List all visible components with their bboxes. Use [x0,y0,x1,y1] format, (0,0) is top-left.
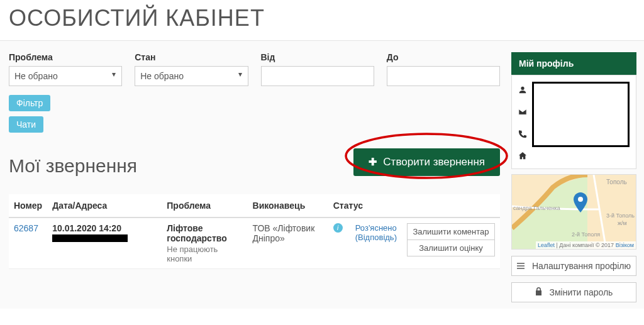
requests-heading-row: Мої звернення ✚Створити звернення [9,138,500,187]
leave-rating-button[interactable]: Залишити оцінку [407,240,495,256]
filter-button[interactable]: Фільтр [9,95,50,111]
requests-table: Номер Дата/Адреса Проблема Виконавець Ст… [9,194,500,269]
profile-settings-label: Налаштування профілю [532,261,631,271]
create-request-button[interactable]: ✚Створити звернення [353,148,500,176]
change-password-label: Змінити пароль [549,287,613,297]
map-attr-visicom-link[interactable]: Візіком [616,242,634,248]
plus-icon: ✚ [369,157,377,167]
map-label: 3-й Тополь [606,212,635,219]
svg-point-3 [578,197,583,202]
redacted-address [52,234,128,242]
filter-from-input[interactable] [261,66,374,86]
col-num: Номер [9,194,47,218]
sidebar-profile-icons [518,82,527,162]
map-pin-icon [573,192,588,212]
sidebar-profile-title: Мій профіль [511,52,636,75]
map-label: сандра Гальченка [513,205,560,211]
map-attribution: Leaflet | Дані компанії © 2017 Візіком [536,241,636,249]
filter-to: До [387,52,500,86]
person-icon [518,85,527,96]
requests-heading: Мої звернення [9,155,137,177]
request-problem-cat: Ліфтове господарство [167,223,226,243]
filter-problem-label: Проблема [9,52,122,62]
map-label: 2-й Тополя [572,231,600,238]
mail-icon [518,107,527,118]
phone-icon [518,129,527,140]
sidebar-profile-photo [532,82,630,147]
col-date: Дата/Адреса [47,194,162,218]
page-title: ОСОБИСТИЙ КАБІНЕТ [0,0,644,41]
filter-state-label: Стан [135,52,248,62]
sidebar: Мій профіль [509,41,644,309]
request-status-main[interactable]: Роз'яснено [355,223,397,233]
map-label: Тополь [606,179,627,185]
info-icon[interactable]: i [333,223,343,233]
filter-from-label: Від [261,52,374,62]
filter-state: Стан Не обрано [135,52,248,86]
content-area: Проблема Не обрано Стан Не обрано Від [0,41,644,309]
sidebar-map[interactable]: Тополь сандра Гальченка 3-й Тополь ж/м 2… [511,174,636,250]
filter-to-input[interactable] [387,66,500,86]
chats-button[interactable]: Чати [9,116,43,133]
filter-to-label: До [387,52,500,62]
request-problem-sub: Не працюють кнопки [167,245,242,263]
create-request-label: Створити звернення [383,156,485,168]
col-executor: Виконавець [248,194,328,218]
list-icon [517,261,527,271]
filter-from: Від [261,52,374,86]
home-icon [518,151,527,162]
filter-problem: Проблема Не обрано [9,52,122,86]
request-executor: ТОВ «Ліфтовик Дніпро» [248,218,328,269]
request-num-link[interactable]: 62687 [14,223,38,233]
lock-icon [535,287,545,297]
sidebar-profile-body [511,75,636,169]
profile-settings-button[interactable]: Налаштування профілю [511,256,636,276]
col-actions [402,194,500,218]
map-label: ж/м [618,220,627,226]
map-attr-leaflet-link[interactable]: Leaflet [538,242,555,248]
filter-problem-select[interactable]: Не обрано [9,66,122,86]
leave-comment-button[interactable]: Залишити коментар [407,223,495,240]
main-column: Проблема Не обрано Стан Не обрано Від [0,41,509,309]
col-status: Статус [328,194,402,218]
change-password-button[interactable]: Змінити пароль [511,282,636,302]
filter-bar: Проблема Не обрано Стан Не обрано Від [9,52,500,86]
col-problem: Проблема [162,194,247,218]
request-status-sub[interactable]: (Відповідь) [355,233,397,242]
table-row: 62687 10.01.2020 14:20 Ліфтове господарс… [9,218,500,269]
request-date: 10.01.2020 14:20 [52,223,121,233]
filter-state-select[interactable]: Не обрано [135,66,248,86]
